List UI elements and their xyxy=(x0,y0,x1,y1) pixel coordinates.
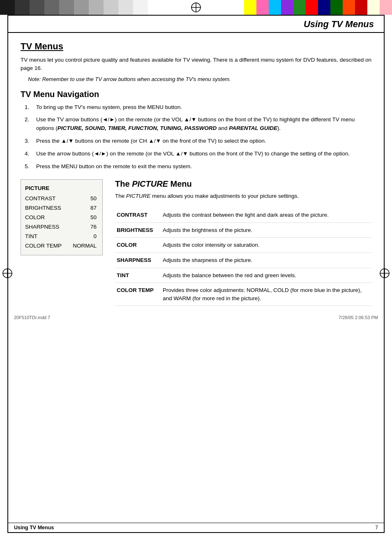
menu-row-value: 76 xyxy=(90,222,97,232)
color-swatch xyxy=(367,0,380,15)
color-swatch xyxy=(269,0,281,15)
setting-name: COLOR TEMP xyxy=(115,283,161,306)
menu-row-label: BRIGHTNESS xyxy=(25,204,62,213)
color-swatch xyxy=(318,0,330,15)
left-color-swatches xyxy=(0,0,163,15)
color-swatch xyxy=(256,0,269,15)
page-footer: Using TV Menus 7 xyxy=(8,523,384,532)
setting-name: CONTRAST xyxy=(115,208,161,222)
menu-row: BRIGHTNESS87 xyxy=(25,204,97,213)
navigation-steps: 1.To bring up the TV's menu system, pres… xyxy=(25,103,371,171)
menu-row-label: TINT xyxy=(25,232,62,241)
bottom-section: PICTURE CONTRAST50BRIGHTNESS87COLOR50SHA… xyxy=(21,179,371,306)
intro-paragraph: TV menus let you control picture quality… xyxy=(21,56,371,73)
color-swatch xyxy=(74,0,89,15)
setting-description: Adjusts the brightness of the picture. xyxy=(161,222,371,238)
step-number: 3. xyxy=(25,137,29,146)
menu-row: TINT0 xyxy=(25,232,97,241)
left-crosshair-icon xyxy=(2,268,13,280)
setting-description: Adjusts the balance between the red and … xyxy=(161,268,371,283)
color-swatch xyxy=(306,0,318,15)
right-crosshair-icon xyxy=(379,268,390,280)
footer-date: 7/28/05 2:06:53 PM xyxy=(339,315,378,320)
step-number: 5. xyxy=(25,162,29,171)
right-column: The PICTURE Menu The PICTURE menu allows… xyxy=(115,179,371,306)
page-header: Using TV Menus xyxy=(8,16,384,33)
menu-row-value: 50 xyxy=(90,194,97,204)
picture-menu-desc: The PICTURE menu allows you make adjustm… xyxy=(115,192,371,200)
menu-row-value: 87 xyxy=(90,204,97,213)
setting-row: COLOR TEMPProvides three color adjustmen… xyxy=(115,283,371,306)
setting-description: Provides three color adjustments: NORMAL… xyxy=(161,283,371,306)
color-swatch xyxy=(343,0,355,15)
color-swatch xyxy=(244,0,256,15)
setting-name: COLOR xyxy=(115,238,161,253)
note-text: Note: Remember to use the TV arrow butto… xyxy=(28,76,371,82)
top-color-bar xyxy=(0,0,392,15)
menu-row-value: 50 xyxy=(90,213,97,222)
nav-step: 1.To bring up the TV's menu system, pres… xyxy=(25,103,371,112)
settings-table: CONTRASTAdjusts the contrast between the… xyxy=(115,208,371,306)
picture-menu-heading: The PICTURE Menu xyxy=(115,179,371,189)
menu-row-label: COLOR TEMP xyxy=(25,241,62,251)
color-swatch xyxy=(118,0,133,15)
color-swatch xyxy=(330,0,343,15)
setting-row: CONTRASTAdjusts the contrast between the… xyxy=(115,208,371,222)
nav-step: 4.Use the arrow buttons (◄/►) on the rem… xyxy=(25,150,371,158)
menu-row: COLOR50 xyxy=(25,213,97,222)
footer-label: Using TV Menus xyxy=(14,525,54,530)
menu-row-label: SHARPNESS xyxy=(25,222,62,232)
color-swatch xyxy=(89,0,104,15)
color-swatch xyxy=(281,0,293,15)
setting-description: Adjusts the color intensity or saturatio… xyxy=(161,238,371,253)
footer-file: 20F510TDr.indd 7 xyxy=(14,315,50,320)
color-swatch xyxy=(293,0,306,15)
color-swatch xyxy=(148,0,163,15)
color-swatch xyxy=(44,0,59,15)
page-header-title: Using TV Menus xyxy=(304,19,374,29)
setting-name: SHARPNESS xyxy=(115,252,161,268)
picture-menu-box: PICTURE CONTRAST50BRIGHTNESS87COLOR50SHA… xyxy=(21,179,103,255)
page-number: 7 xyxy=(375,525,378,530)
color-swatch xyxy=(0,0,15,15)
menu-box-title: PICTURE xyxy=(25,184,97,193)
color-swatch xyxy=(59,0,74,15)
setting-name: BRIGHTNESS xyxy=(115,222,161,238)
setting-row: BRIGHTNESSAdjusts the brightness of the … xyxy=(115,222,371,238)
setting-name: TINT xyxy=(115,268,161,283)
setting-description: Adjusts the contrast between the light a… xyxy=(161,208,371,222)
tv-menus-title: TV Menus xyxy=(21,41,371,52)
menu-row: SHARPNESS76 xyxy=(25,222,97,232)
main-content: TV Menus TV menus let you control pictur… xyxy=(8,33,384,314)
setting-row: SHARPNESSAdjusts the sharpness of the pi… xyxy=(115,252,371,268)
menu-row-label: COLOR xyxy=(25,213,62,222)
setting-description: Adjusts the sharpness of the picture. xyxy=(161,252,371,268)
menu-row-value: 0 xyxy=(93,232,97,241)
color-swatch xyxy=(104,0,118,15)
color-swatch xyxy=(380,0,392,15)
page-border: Using TV Menus TV Menus TV menus let you… xyxy=(7,15,385,533)
nav-step: 5.Press the MENU button on the remote to… xyxy=(25,162,371,171)
menu-row: COLOR TEMPNORMAL xyxy=(25,241,97,251)
color-swatch xyxy=(15,0,30,15)
footer-sub: 20F510TDr.indd 7 7/28/05 2:06:53 PM xyxy=(8,314,384,322)
step-number: 4. xyxy=(25,150,29,158)
menu-row: CONTRAST50 xyxy=(25,194,97,204)
right-color-swatches xyxy=(244,0,392,15)
setting-row: TINTAdjusts the balance between the red … xyxy=(115,268,371,283)
menu-row-value: NORMAL xyxy=(73,241,97,251)
top-crosshair-icon xyxy=(190,2,202,13)
step-number: 1. xyxy=(25,103,29,112)
color-swatch xyxy=(30,0,44,15)
nav-step: 2.Use the TV arrow buttons (◄/►) on the … xyxy=(25,116,371,133)
color-swatch xyxy=(133,0,148,15)
menu-rows: CONTRAST50BRIGHTNESS87COLOR50SHARPNESS76… xyxy=(25,194,97,251)
nav-title: TV Menu Navigation xyxy=(21,90,371,99)
menu-row-label: CONTRAST xyxy=(25,194,62,204)
nav-step: 3.Press the ▲/▼ buttons on the remote (o… xyxy=(25,137,371,146)
setting-row: COLORAdjusts the color intensity or satu… xyxy=(115,238,371,253)
picture-menu-heading-text: The PICTURE Menu xyxy=(115,179,192,188)
step-number: 2. xyxy=(25,116,29,124)
color-swatch xyxy=(355,0,367,15)
